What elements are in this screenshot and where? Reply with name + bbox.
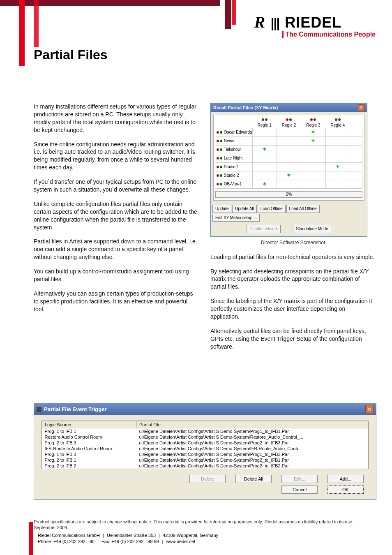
footer: Riedel Communications GmbH | Uellendahle…	[38, 532, 376, 544]
dialog-title: Partial File Event Trigger	[44, 406, 106, 412]
hang-bar-red	[232, 0, 236, 25]
footer-phone: Phone: +49 (0) 202 292 - 90	[38, 539, 95, 544]
close-icon[interactable]: ×	[358, 104, 364, 111]
right-column: Recall Partial Files (XY Matrix) × Regie…	[210, 103, 376, 357]
header-bar-orange	[34, 0, 39, 47]
footer-company: Riedel Communications GmbH	[38, 533, 100, 538]
footer-accent-bar	[29, 522, 33, 555]
para: By selecting and deselecting crosspoints…	[210, 268, 376, 291]
para: Unlike complete configuration files part…	[34, 200, 199, 231]
update-button[interactable]: Update	[212, 205, 231, 213]
table-row: Prog. 1 to IFB 1u:\Eigene Dateien\Artist…	[42, 428, 368, 435]
page-title: Partial Files	[34, 47, 108, 62]
row-label: News	[224, 139, 234, 143]
row-label: OB-Van-1	[224, 182, 242, 186]
col-header-partial-file[interactable]: Partial File	[137, 421, 368, 428]
logo-r-icon: R	[254, 13, 267, 31]
edit-xy-matrix-button[interactable]: Edit XY-Matrix setup ...	[212, 214, 260, 222]
table-row: Prog. 2 to IFB 1u:\Eigene Dateien\Artist…	[42, 457, 368, 463]
footer-web: www.riedel.net	[166, 539, 196, 544]
table-row: Prog. 1 to IFB 3u:\Eigene Dateien\Artist…	[42, 451, 368, 457]
logo-bars-icon	[272, 15, 280, 32]
load-offline-button[interactable]: Load Offline	[258, 205, 286, 213]
col-label: Regie 2	[282, 123, 296, 127]
event-trigger-dialog: Partial File Event Trigger × Logic Sourc…	[34, 403, 376, 500]
para: Loading of partial files for non-technic…	[210, 253, 376, 261]
col-label: Regie 3	[306, 123, 320, 127]
para: You can build up a control-room/studio a…	[34, 268, 199, 283]
para: If you´d transfer one of your typical se…	[34, 178, 199, 194]
update-all-button[interactable]: Update All	[232, 205, 257, 213]
para: Since the online configuration needs reg…	[34, 141, 199, 172]
col-header-logic-source[interactable]: Logic Source	[42, 421, 137, 428]
col-label: Regie 1	[257, 123, 271, 127]
footer-city: 42109 Wuppertal, Germany	[163, 533, 218, 538]
footer-fax: Fax: +49 (0) 202 292 - 99 99	[101, 539, 159, 544]
xy-matrix-dialog: Recall Partial Files (XY Matrix) × Regie…	[210, 103, 367, 237]
crosspoint-icon[interactable]: ✶	[262, 146, 267, 153]
col-label: Regie 4	[331, 123, 345, 127]
ok-button[interactable]: OK	[327, 486, 364, 494]
para: Partial files in Artist are supported do…	[34, 238, 199, 261]
cancel-button[interactable]: Cancel	[281, 486, 318, 494]
edit-button[interactable]: Edit...	[281, 475, 318, 483]
close-icon[interactable]: ×	[365, 405, 374, 413]
table-row: Prog. 2 to IFB 2u:\Eigene Dateien\Artist…	[42, 463, 368, 469]
screenshot-caption: Director Software Screenshot	[210, 239, 376, 246]
enable-network-button[interactable]: Enable network	[247, 225, 281, 233]
crosspoint-icon[interactable]: ✶	[262, 180, 267, 187]
crosspoint-icon[interactable]: ✶	[335, 163, 340, 170]
table-row: Restore Audio Control Roomu:\Eigene Date…	[42, 434, 368, 440]
table-row: IFB-Route to Audio Control Roomu:\Eigene…	[42, 446, 368, 451]
dialog-title: Recall Partial Files (XY Matrix)	[213, 105, 278, 111]
delete-all-button[interactable]: Delete All	[235, 475, 272, 483]
load-all-offline-button[interactable]: Load All Offline	[286, 205, 320, 213]
crosspoint-icon[interactable]: ✶	[286, 172, 291, 178]
logo-tagline: The Communications People	[282, 31, 376, 38]
progress-bar: 0%	[215, 191, 362, 198]
header-bar-red	[19, 0, 25, 66]
disclaimer-text: Product specifications are subject to ch…	[34, 519, 376, 531]
add-button[interactable]: Add...	[327, 475, 364, 483]
event-trigger-table[interactable]: Logic Source Partial File Prog. 1 to IFB…	[42, 421, 368, 469]
row-label: Studio 2	[224, 173, 239, 178]
xy-grid[interactable]: Regie 1 Regie 2 Regie 3 Regie 4 Oscar Ed…	[215, 117, 362, 189]
table-row: Prog. 2 to IFB 3u:\Eigene Dateien\Artist…	[42, 440, 368, 446]
delete-button[interactable]: Delete	[189, 475, 226, 483]
header-bar-dark	[0, 0, 220, 6]
app-icon	[37, 407, 42, 412]
para: Alternatively you can assign certain typ…	[34, 290, 199, 313]
crosspoint-icon[interactable]: ✶	[311, 129, 316, 135]
logo-brand-text: RIEDEL	[285, 14, 341, 31]
row-label: Late Night	[224, 156, 243, 160]
row-label: Studio 1	[224, 164, 239, 169]
para: In many installations different setups f…	[34, 103, 199, 134]
footer-street: Uellendahler Straße 353	[107, 533, 156, 538]
crosspoint-icon[interactable]: ✶	[311, 137, 316, 144]
left-column: In many installations different setups f…	[34, 103, 199, 357]
para: Since the labeling of the X/Y matrix is …	[210, 297, 376, 321]
hang-bar-dark	[225, 0, 231, 29]
row-label: Talkshow	[224, 147, 241, 152]
row-label: Oscar Edwards	[224, 130, 252, 134]
para: Alternatively partial files can be fired…	[210, 327, 376, 351]
brand-logo: R RIEDEL The Communications People	[254, 12, 376, 38]
standalone-mode-button[interactable]: Standalone Mode	[293, 225, 331, 233]
